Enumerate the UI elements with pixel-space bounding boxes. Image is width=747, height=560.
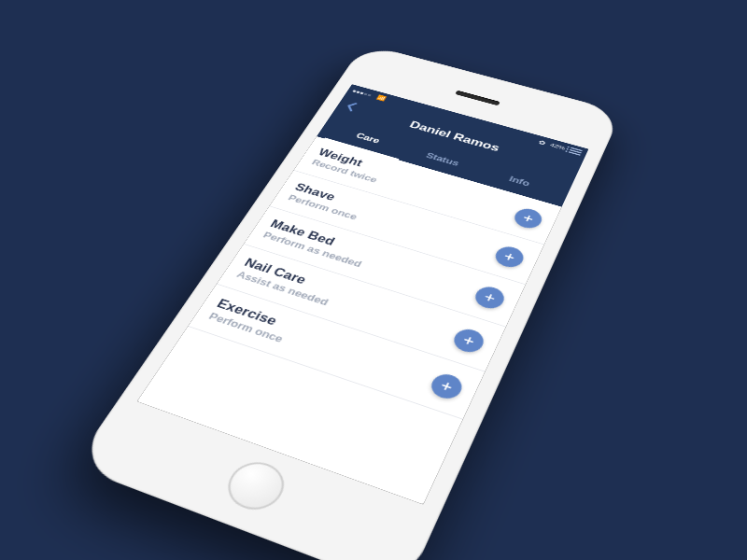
ribbon-icon: ✿ xyxy=(538,138,547,146)
phone-speaker xyxy=(455,91,500,106)
home-button[interactable] xyxy=(218,455,293,517)
app-screen: 📶 ✿ 42% Daniel Ramos Care Status Info xyxy=(137,84,589,504)
list-icon[interactable] xyxy=(569,147,583,156)
phone-frame: 📶 ✿ 42% Daniel Ramos Care Status Info xyxy=(73,44,622,560)
wifi-icon: 📶 xyxy=(375,94,387,102)
care-list: Weight Record twice Shave Perform once xyxy=(137,136,562,504)
battery-percent: 42% xyxy=(549,142,566,151)
